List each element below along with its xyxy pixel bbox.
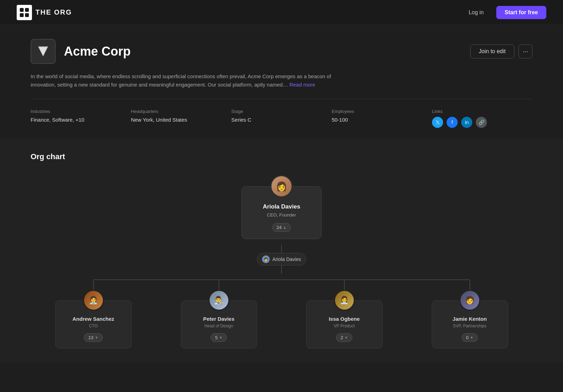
avatar-peter-davies: 👨‍🎨 xyxy=(209,290,229,311)
ceo-node: 👩 Ariola Davies CEO, Founder 24 ▲ xyxy=(242,175,321,239)
breadcrumb-name: Ariola Davies xyxy=(272,256,301,262)
svg-rect-2 xyxy=(20,13,24,17)
org-chart-section: Org chart 👩 Ariola Davies CEO, Founder 2… xyxy=(0,138,563,362)
meta-industries: Industries Finance, Software, +10 xyxy=(31,109,131,128)
company-logo xyxy=(31,39,56,64)
industries-value: Finance, Software, +10 xyxy=(31,117,131,123)
links-label: Links xyxy=(432,109,532,114)
headquarters-value: New York, United States xyxy=(131,117,231,123)
child-role-jamie: SVP, Partnerships xyxy=(440,324,499,328)
navbar: THE ORG Log in Start for free xyxy=(0,0,563,25)
vertical-connector xyxy=(281,245,282,253)
logo-icon xyxy=(17,5,32,20)
count-badge-peter[interactable]: 5 ▼ xyxy=(211,333,227,342)
company-name: Acme Corp xyxy=(64,44,131,59)
chevron-down-icon-issa: ▼ xyxy=(344,336,348,340)
facebook-icon[interactable]: f xyxy=(447,117,458,128)
company-top: Acme Corp Join to edit ··· xyxy=(31,39,532,64)
org-chart-title: Org chart xyxy=(31,152,532,161)
chevron-down-icon-jamie: ▼ xyxy=(470,336,473,340)
child-name-andrew: Andrew Sanchez xyxy=(64,316,123,322)
join-to-edit-button[interactable]: Join to edit xyxy=(470,44,514,58)
nav-actions: Log in Start for free xyxy=(463,6,546,19)
child-role-peter: Head of Design xyxy=(189,324,248,328)
chevron-down-icon-andrew: ▼ xyxy=(95,336,98,340)
ceo-count-badge[interactable]: 24 ▲ xyxy=(272,223,291,232)
child-col-peter: 👨‍🎨 Peter Davies Head of Design 5 ▼ xyxy=(156,280,282,349)
ceo-name: Ariola Davies xyxy=(263,203,300,210)
login-button[interactable]: Log in xyxy=(463,7,489,18)
company-identity: Acme Corp xyxy=(31,39,131,64)
ellipsis-icon: ··· xyxy=(523,48,528,55)
child-col-jamie: 🧑 Jamie Kenton SVP, Partnerships 0 ▼ xyxy=(407,280,532,349)
svg-rect-0 xyxy=(20,8,24,12)
meta-stage: Stage Series C xyxy=(231,109,332,128)
meta-employees: Employees 50-100 xyxy=(332,109,432,128)
child-line-v-peter xyxy=(219,280,219,290)
connector-area: 🧑 Ariola Davies xyxy=(257,245,306,274)
child-role-andrew: CTO xyxy=(64,324,123,328)
child-col-issa: 👩‍💼 Issa Ogbene VP Product 2 ▼ xyxy=(282,280,407,349)
child-name-jamie: Jamie Kenton xyxy=(440,316,499,322)
industries-label: Industries xyxy=(31,109,131,114)
social-links: 𝕏 f in 🔗 xyxy=(432,117,532,128)
logo: THE ORG xyxy=(17,5,72,20)
company-actions: Join to edit ··· xyxy=(470,44,532,58)
svg-rect-1 xyxy=(25,8,29,12)
avatar-jamie-kenton: 🧑 xyxy=(459,290,480,311)
stage-value: Series C xyxy=(231,117,332,123)
child-col-andrew: 🧑‍💼 Andrew Sanchez CTO 13 ▼ xyxy=(31,280,156,349)
child-name-peter: Peter Davies xyxy=(189,316,248,322)
count-badge-jamie[interactable]: 0 ▼ xyxy=(462,333,478,342)
avatar-andrew-sanchez: 🧑‍💼 xyxy=(83,290,104,311)
count-badge-andrew[interactable]: 13 ▼ xyxy=(84,333,103,342)
company-description: In the world of social media, where endl… xyxy=(31,72,343,89)
ceo-avatar: 👩 xyxy=(270,175,293,197)
stage-label: Stage xyxy=(231,109,332,114)
twitter-icon[interactable]: 𝕏 xyxy=(432,117,443,128)
ceo-role: CEO, Founder xyxy=(263,212,300,218)
read-more-link[interactable]: Read more xyxy=(289,82,315,88)
child-line-v-issa xyxy=(344,280,345,290)
chevron-up-icon: ▲ xyxy=(283,226,286,229)
child-role-issa: VP Product xyxy=(315,324,374,328)
child-name-issa: Issa Ogbene xyxy=(315,316,374,322)
child-line-v-jamie xyxy=(470,280,470,290)
children-row: 🧑‍💼 Andrew Sanchez CTO 13 ▼ 👨‍🎨 xyxy=(31,280,532,349)
breadcrumb-avatar: 🧑 xyxy=(262,255,270,263)
company-meta: Industries Finance, Software, +10 Headqu… xyxy=(31,109,532,128)
logo-text: THE ORG xyxy=(35,8,72,16)
headquarters-label: Headquarters xyxy=(131,109,231,114)
website-link-icon[interactable]: 🔗 xyxy=(476,117,487,128)
chevron-down-icon-peter: ▼ xyxy=(219,336,222,340)
svg-rect-3 xyxy=(25,13,29,17)
linkedin-icon[interactable]: in xyxy=(461,117,472,128)
employees-label: Employees xyxy=(332,109,432,114)
ceo-avatar-image: 👩 xyxy=(271,176,292,196)
company-header: Acme Corp Join to edit ··· In the world … xyxy=(0,25,563,138)
org-tree: 👩 Ariola Davies CEO, Founder 24 ▲ 🧑 Ario… xyxy=(31,175,532,349)
meta-links: Links 𝕏 f in 🔗 xyxy=(432,109,532,128)
employees-value: 50-100 xyxy=(332,117,432,123)
vertical-connector-2 xyxy=(281,266,282,274)
start-free-button[interactable]: Start for free xyxy=(496,6,546,19)
count-badge-issa[interactable]: 2 ▼ xyxy=(336,333,352,342)
breadcrumb-pill[interactable]: 🧑 Ariola Davies xyxy=(257,253,306,266)
avatar-issa-ogbene: 👩‍💼 xyxy=(334,290,355,311)
meta-headquarters: Headquarters New York, United States xyxy=(131,109,231,128)
more-options-button[interactable]: ··· xyxy=(519,44,532,58)
child-line-v-andrew xyxy=(93,280,94,290)
divider xyxy=(31,99,532,99)
